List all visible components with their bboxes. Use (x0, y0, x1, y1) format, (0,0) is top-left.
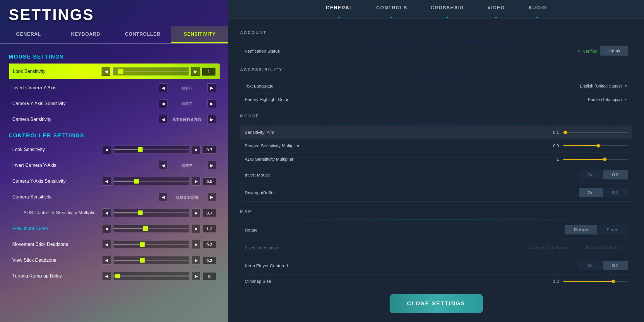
fixed-orientation-always[interactable]: Always the Same (521, 243, 577, 252)
text-language-label: Text Language (245, 83, 554, 88)
ctrl-view-curve-value: 1.2 (203, 225, 216, 233)
ads-sensitivity-value: 1 (544, 157, 559, 162)
fixed-orientation-based[interactable]: Based On Side (577, 243, 628, 252)
ctrl-view-curve-left[interactable]: ◀ (102, 224, 111, 233)
ctrl-view-deadzone-right[interactable]: ▶ (192, 256, 201, 265)
enemy-highlight-row: Enemy Highlight Color Purple (Tritanopia… (240, 93, 632, 106)
tab-general[interactable]: GENERAL (0, 26, 57, 43)
ctrl-rampup-left[interactable]: ◀ (102, 272, 111, 280)
ctrl-movement-deadzone-right[interactable]: ▶ (192, 240, 201, 249)
invert-mouse-on[interactable]: On (579, 170, 602, 179)
ctrl-invert-right[interactable]: ▶ (207, 161, 216, 170)
keep-player-centered-row: Keep Player Centered On Off (240, 257, 632, 275)
ctrl-cam-yaxis-slider[interactable] (113, 177, 189, 185)
ctrl-ads-value: 0.7 (203, 209, 216, 217)
raw-input-on[interactable]: On (579, 188, 602, 197)
unlink-button[interactable]: Unlink (600, 46, 628, 56)
ctrl-rampup-slider[interactable] (113, 272, 189, 280)
mouse-camera-yaxis-right[interactable]: ▶ (207, 99, 216, 108)
mouse-camera-sensitivity-left[interactable]: ◀ (159, 115, 167, 124)
rotate-off[interactable]: Fixed (598, 225, 628, 234)
mouse-invert-left[interactable]: ◀ (159, 83, 167, 92)
mouse-look-sensitivity-slider[interactable] (113, 67, 189, 76)
ctrl-invert-left[interactable]: ◀ (159, 161, 167, 170)
keep-player-centered-label: Keep Player Centered (245, 263, 579, 268)
ctrl-cam-sensitivity-right[interactable]: ▶ (207, 193, 216, 201)
ads-sensitivity-slider[interactable] (563, 159, 628, 160)
rotate-on[interactable]: Rotate (565, 225, 597, 234)
mouse-look-sensitivity-right[interactable]: ▶ (191, 67, 200, 76)
ctrl-rampup-row: Turning Ramp-up Delay ◀ ▶ 0 (9, 269, 220, 283)
sensitivity-aim-control: 0.1 (544, 130, 628, 135)
mouse-camera-yaxis-row: Camera Y-Axis Sensitivity ◀ OFF ▶ (9, 96, 220, 111)
ctrl-cam-yaxis-value: 0.5 (203, 177, 216, 185)
ctrl-cam-yaxis-right[interactable]: ▶ (192, 177, 201, 186)
right-tab-crosshair[interactable]: CROSSHAIR (431, 5, 464, 13)
ctrl-view-curve-slider[interactable] (113, 225, 189, 233)
ctrl-ads-right[interactable]: ▶ (192, 208, 201, 217)
ctrl-ads-slider[interactable] (113, 209, 189, 217)
verification-label: Verification Status (245, 49, 577, 54)
ctrl-view-curve-right[interactable]: ▶ (192, 224, 201, 233)
right-tab-video[interactable]: VIDEO (487, 5, 505, 13)
enemy-highlight-control[interactable]: Purple (Tritanopia) ▼ (554, 97, 628, 102)
ctrl-movement-deadzone-control: ◀ ▶ 0.2 (102, 240, 216, 249)
invert-mouse-off[interactable]: Off (603, 170, 628, 179)
mouse-camera-sensitivity-label: Camera Sensitivity (12, 117, 159, 122)
left-tabs: GENERAL KEYBOARD CONTROLLER SENSITIVITY (0, 26, 228, 44)
mouse-invert-control: ◀ OFF ▶ (159, 83, 216, 92)
mouse-camera-yaxis-left[interactable]: ◀ (159, 99, 167, 108)
verified-badge: ✓ Verified (577, 48, 597, 54)
ctrl-look-right[interactable]: ▶ (192, 145, 201, 154)
ctrl-look-slider[interactable] (113, 145, 189, 154)
scoped-sensitivity-slider[interactable] (563, 145, 628, 146)
tab-sensitivity[interactable]: SENSITIVITY (171, 26, 228, 43)
ctrl-cam-yaxis-left[interactable]: ◀ (102, 177, 111, 186)
mouse-invert-row: Invert Camera Y-Axis ◀ OFF ▶ (9, 80, 220, 95)
raw-input-row: RawInputBuffer On Off (240, 184, 632, 202)
ctrl-cam-yaxis-row: Camera Y-Axis Sensitivity ◀ ▶ 0.5 (9, 174, 220, 189)
tab-controller[interactable]: CONTROLLER (114, 26, 171, 43)
ctrl-view-deadzone-left[interactable]: ◀ (102, 256, 111, 265)
ctrl-look-left[interactable]: ◀ (102, 145, 111, 154)
right-tab-controls[interactable]: CONTROLS (376, 5, 407, 13)
mouse-camera-yaxis-value: OFF (170, 101, 205, 106)
settings-content: MOUSE SETTINGS Look Sensitivity ◀ ▶ 1 In… (0, 44, 228, 319)
ctrl-cam-sensitivity-left[interactable]: ◀ (159, 193, 167, 201)
ctrl-look-value: 0.7 (203, 146, 216, 154)
ctrl-view-deadzone-slider[interactable] (113, 256, 189, 264)
raw-input-off[interactable]: Off (603, 188, 628, 197)
sensitivity-aim-row: Sensitivity: Aim 0.1 (240, 126, 632, 139)
keep-player-centered-toggle: On Off (579, 261, 628, 270)
left-panel: SETTINGS GENERAL KEYBOARD CONTROLLER SEN… (0, 0, 228, 322)
minimap-size-slider[interactable] (563, 281, 628, 282)
mouse-camera-sensitivity-right[interactable]: ▶ (207, 115, 216, 124)
keep-centered-off[interactable]: Off (603, 261, 628, 270)
right-tabs: GENERAL CONTROLS CROSSHAIR VIDEO AUDIO (228, 0, 644, 18)
ctrl-ads-left[interactable]: ◀ (102, 208, 111, 217)
tab-keyboard[interactable]: KEYBOARD (57, 26, 114, 43)
right-tab-general[interactable]: GENERAL (326, 5, 353, 13)
sensitivity-aim-slider[interactable] (563, 132, 628, 133)
ctrl-invert-row: Invert Camera Y-Axis ◀ OFF ▶ (9, 158, 220, 173)
fixed-orientation-toggle: Always the Same Based On Side (521, 243, 628, 252)
text-language-dropdown-icon: ▼ (624, 84, 628, 88)
ctrl-look-sensitivity-control: ◀ ▶ 0.7 (102, 145, 216, 154)
close-settings-button[interactable]: CLOSE SETTINGS (389, 294, 483, 313)
raw-input-toggle: On Off (579, 188, 628, 197)
ctrl-view-deadzone-label: View Stick Deadzone (12, 258, 102, 263)
accessibility-divider (240, 78, 632, 78)
ctrl-rampup-right[interactable]: ▶ (192, 272, 201, 280)
ctrl-movement-deadzone-slider[interactable] (113, 240, 189, 249)
ctrl-invert-label: Invert Camera Y-Axis (12, 163, 159, 168)
mouse-look-sensitivity-left[interactable]: ◀ (102, 67, 110, 76)
text-language-control[interactable]: English (United States) ▼ (554, 84, 628, 88)
right-tab-audio[interactable]: AUDIO (528, 5, 547, 13)
scoped-sensitivity-control: 0.9 (544, 143, 628, 148)
text-language-value: English (United States) (580, 84, 622, 88)
ctrl-ads-label: ADS Controller Sensitivity Multiplier (18, 210, 102, 215)
ctrl-invert-value: OFF (170, 163, 205, 168)
keep-centered-on[interactable]: On (579, 261, 602, 270)
mouse-invert-right[interactable]: ▶ (207, 83, 216, 92)
ctrl-movement-deadzone-left[interactable]: ◀ (102, 240, 111, 249)
